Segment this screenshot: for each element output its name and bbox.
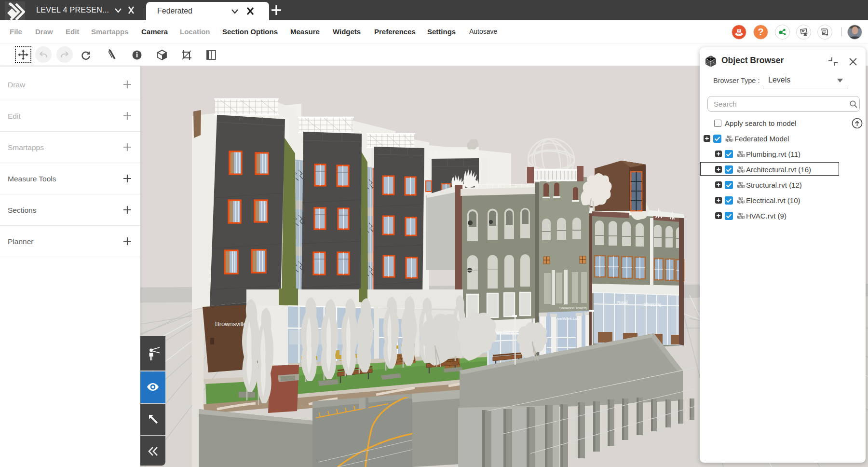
svg-text:Retail: Retail <box>617 300 628 305</box>
svg-text:Shopping: Shopping <box>644 302 661 307</box>
svg-text:Snowdon Towers: Snowdon Towers <box>559 306 587 310</box>
